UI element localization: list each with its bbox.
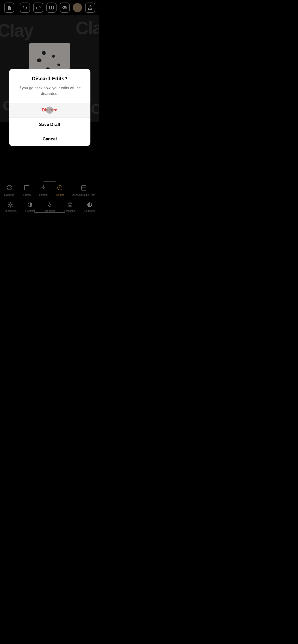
save-draft-button[interactable]: Save Draft [9, 118, 90, 132]
modal-content: Discard Edits? If you go back now, your … [9, 69, 90, 103]
modal-message: If you go back now, your edits will be d… [15, 85, 84, 97]
cancel-button[interactable]: Cancel [9, 132, 90, 146]
modal-overlay: Discard Edits? If you go back now, your … [0, 0, 99, 215]
discard-modal: Discard Edits? If you go back now, your … [9, 69, 90, 146]
discard-button[interactable]: Discard [9, 103, 90, 117]
modal-title: Discard Edits? [15, 76, 84, 82]
